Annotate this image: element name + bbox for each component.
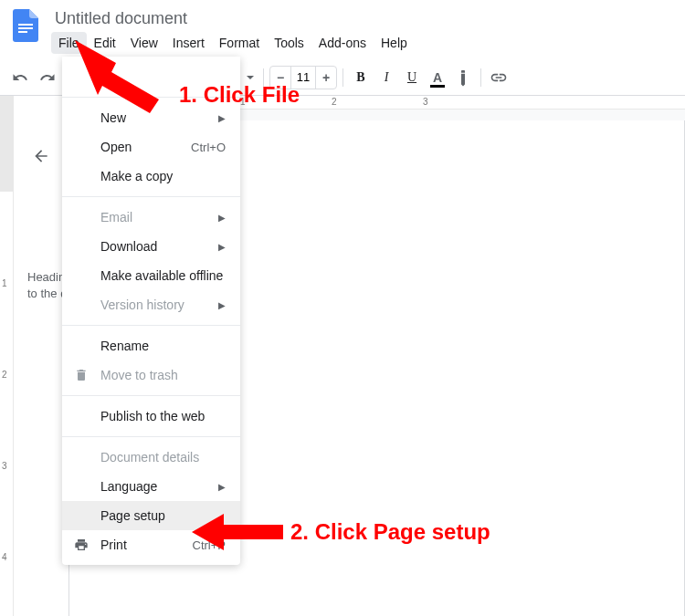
redo-button[interactable]	[35, 65, 60, 90]
document-title[interactable]: Untitled document	[51, 7, 678, 30]
submenu-arrow-icon: ▶	[218, 213, 226, 223]
menu-rename[interactable]: Rename	[62, 331, 240, 360]
menu-page-setup[interactable]: Page setup	[62, 501, 240, 530]
menu-view[interactable]: View	[123, 32, 165, 54]
submenu-arrow-icon: ▶	[218, 300, 226, 310]
menu-language[interactable]: Language ▶	[62, 472, 240, 501]
separator	[62, 436, 240, 437]
outline-collapse-button[interactable]	[25, 140, 58, 172]
outline-panel	[14, 96, 68, 616]
font-size-input[interactable]	[290, 67, 316, 89]
chevron-down-icon	[247, 76, 254, 79]
separator	[62, 325, 240, 326]
menu-edit[interactable]: Edit	[87, 32, 123, 54]
font-size-control: − +	[269, 66, 337, 89]
menu-insert[interactable]: Insert	[165, 32, 212, 54]
svg-rect-0	[18, 24, 33, 26]
menu-share[interactable]: Share	[62, 62, 240, 91]
submenu-arrow-icon: ▶	[218, 242, 226, 252]
docs-home-icon[interactable]	[7, 7, 44, 44]
menu-new[interactable]: New ▶	[62, 103, 240, 132]
bold-button[interactable]: B	[349, 66, 373, 89]
menu-move-to-trash[interactable]: Move to trash	[62, 360, 240, 390]
menu-version-history[interactable]: Version history ▶	[62, 290, 240, 319]
separator	[480, 68, 481, 87]
underline-button[interactable]: U	[400, 66, 424, 89]
font-size-increase[interactable]: +	[316, 67, 336, 89]
separator	[62, 196, 240, 197]
italic-button[interactable]: I	[374, 66, 398, 89]
menu-email[interactable]: Email ▶	[62, 203, 240, 232]
menu-download[interactable]: Download ▶	[62, 232, 240, 261]
separator	[263, 68, 264, 87]
print-icon	[73, 537, 90, 553]
menu-make-available-offline[interactable]: Make available offline	[62, 261, 240, 290]
separator	[62, 97, 240, 98]
file-menu-dropdown: Share New ▶ Open Ctrl+O Make a copy Emai…	[62, 57, 240, 565]
svg-rect-2	[18, 31, 27, 33]
vertical-ruler: 1 2 3 4	[0, 96, 14, 616]
menu-file[interactable]: File	[51, 32, 87, 54]
menu-document-details[interactable]: Document details	[62, 443, 240, 472]
menu-help[interactable]: Help	[374, 32, 415, 54]
undo-button[interactable]	[7, 65, 33, 90]
submenu-arrow-icon: ▶	[218, 482, 226, 492]
docs-logo-icon	[13, 9, 38, 42]
insert-link-button[interactable]	[487, 66, 511, 89]
menu-format[interactable]: Format	[212, 32, 267, 54]
menu-print[interactable]: Print Ctrl+P	[62, 530, 240, 559]
highlight-color-button[interactable]	[451, 66, 475, 89]
svg-rect-1	[18, 27, 33, 29]
menu-tools[interactable]: Tools	[267, 32, 311, 54]
text-color-button[interactable]: A	[426, 66, 449, 89]
menu-publish-to-web[interactable]: Publish to the web	[62, 402, 240, 431]
submenu-arrow-icon: ▶	[218, 113, 226, 123]
trash-icon	[73, 367, 90, 383]
separator	[62, 395, 240, 396]
menu-make-copy[interactable]: Make a copy	[62, 162, 240, 191]
separator	[342, 68, 343, 87]
menu-addons[interactable]: Add-ons	[311, 32, 374, 54]
font-size-decrease[interactable]: −	[270, 67, 290, 89]
menubar: File Edit View Insert Format Tools Add-o…	[51, 32, 678, 54]
menu-open[interactable]: Open Ctrl+O	[62, 132, 240, 162]
